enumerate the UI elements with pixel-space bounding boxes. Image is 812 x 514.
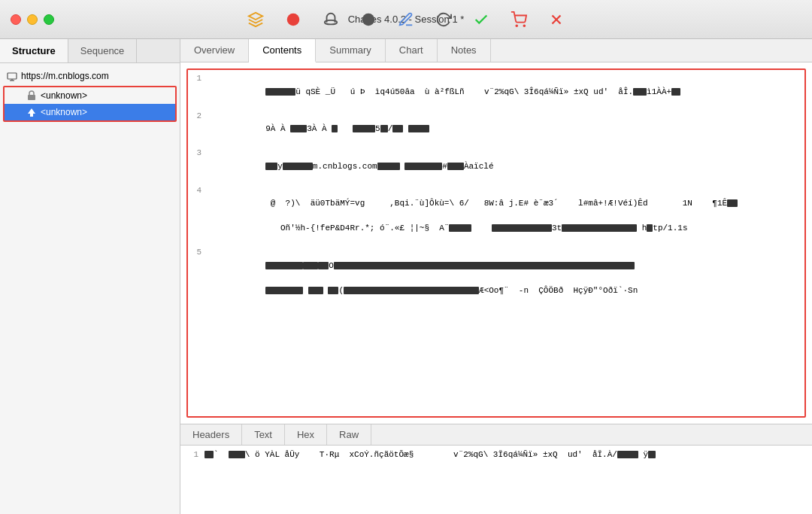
arrow-up-icon (26, 106, 38, 118)
svg-rect-7 (8, 73, 17, 79)
content-line-3: 3 ym.cnblogs.com #Àaïclé (188, 148, 804, 185)
sidebar-tab-structure[interactable]: Structure (0, 39, 68, 62)
line-num-3: 3 (191, 148, 206, 157)
content-area: Overview Contents Summary Chart Notes 1 … (180, 39, 812, 514)
tree-item-unknown2-label: <unknown> (41, 107, 87, 117)
tree-item-unknown2[interactable]: <unknown> (5, 104, 175, 120)
bottom-line-text-1: ` \ ö YÀL åÛy T·Rμ xCoÝ.ñçãötÕæ§ v¨2%qG\… (205, 450, 656, 459)
tab-raw[interactable]: Raw (327, 424, 371, 445)
tree-item-unknown1-label: <unknown> (41, 90, 87, 101)
check-toolbar-button[interactable] (468, 7, 494, 32)
bottom-row-1: 1 ` \ ö YÀL åÛy T·Rμ xCoÝ.ñçãötÕæ§ v¨2%q… (183, 449, 809, 461)
line-num-5: 5 (191, 248, 206, 257)
stop-toolbar-button[interactable] (356, 7, 381, 32)
sidebar: Structure Sequence https://m.cnblogs.com… (0, 39, 180, 514)
top-tabs: Overview Contents Summary Chart Notes (180, 39, 812, 62)
tree-item-unknown1[interactable]: <unknown> (5, 87, 175, 104)
content-line-1: 1 ü qSÈ _Ü ú Þ ìq4ú50âa ù à²fßLñ v¨2%qG\… (188, 73, 804, 111)
tab-summary[interactable]: Summary (316, 39, 386, 62)
line-text-1: ü qSÈ _Ü ú Þ ìq4ú50âa ù à²fßLñ v¨2%qG\ 3… (206, 73, 801, 111)
svg-point-3 (516, 25, 517, 26)
tab-contents[interactable]: Contents (249, 39, 316, 62)
svg-marker-11 (28, 108, 35, 114)
hat-toolbar-button[interactable] (318, 7, 344, 32)
tab-hex[interactable]: Hex (285, 424, 327, 445)
line-text-5: O (Æ<Oo¶¨ -n ÇÔÖBð HçÿÐ"°Oðï`·Sn (206, 247, 801, 309)
tab-text[interactable]: Text (242, 424, 285, 445)
sidebar-tree: https://m.cnblogs.com <unknown> (0, 63, 180, 128)
svg-point-2 (362, 13, 375, 26)
tree-item-host-label: https://m.cnblogs.com (21, 71, 109, 81)
content-line-5: 5 O (Æ<Oo¶¨ -n ÇÔÖBð HçÿÐ"°Oðï`·Sn (188, 247, 804, 309)
host-icon (6, 70, 18, 82)
main-layout: Structure Sequence https://m.cnblogs.com… (0, 39, 812, 514)
bottom-line-num-1: 1 (183, 450, 198, 459)
svg-point-4 (523, 25, 525, 26)
toolbar (0, 0, 812, 38)
refresh-toolbar-button[interactable] (431, 7, 456, 32)
pencil-toolbar-button[interactable] (393, 7, 419, 32)
tab-overview[interactable]: Overview (180, 39, 249, 62)
line-num-2: 2 (191, 111, 206, 120)
content-viewer: 1 ü qSÈ _Ü ú Þ ìq4ú50âa ù à²fßLñ v¨2%qG\… (186, 68, 806, 418)
line-text-4: @ ?)\ äü0TbäMÝ=vg ,Bqi.¨ù]Ôkù=\ 6/ 8W:â … (206, 185, 801, 248)
x-toolbar-button[interactable] (544, 7, 569, 32)
pen-toolbar-button[interactable] (243, 7, 268, 32)
tree-item-unknown1-outline: <unknown> <unknown> (3, 86, 177, 122)
svg-rect-12 (30, 114, 33, 117)
tab-chart[interactable]: Chart (386, 39, 438, 62)
tree-item-host[interactable]: https://m.cnblogs.com (0, 68, 180, 84)
svg-rect-10 (28, 95, 35, 100)
content-line-4: 4 @ ?)\ äü0TbäMÝ=vg ,Bqi.¨ù]Ôkù=\ 6/ 8W:… (188, 185, 804, 248)
tab-headers[interactable]: Headers (180, 424, 242, 445)
sidebar-tab-sequence[interactable]: Sequence (68, 39, 138, 62)
bottom-body[interactable]: 1 ` \ ö YÀL åÛy T·Rμ xCoÝ.ñçãötÕæ§ v¨2%q… (180, 446, 812, 514)
content-line-2: 2 9À À 3À À 5/ (188, 111, 804, 148)
lock-icon (26, 90, 38, 102)
line-text-3: ym.cnblogs.com #Àaïclé (206, 148, 801, 185)
line-num-1: 1 (191, 74, 206, 83)
bottom-tabs: Headers Text Hex Raw (180, 424, 812, 446)
line-text-2: 9À À 3À À 5/ (206, 111, 801, 148)
tab-notes[interactable]: Notes (438, 39, 491, 62)
bottom-panel: Headers Text Hex Raw 1 ` \ ö YÀL åÛy T·R… (180, 424, 812, 514)
svg-point-0 (287, 13, 300, 26)
shopping-toolbar-button[interactable] (506, 7, 532, 32)
sidebar-tabs: Structure Sequence (0, 39, 180, 63)
record-toolbar-button[interactable] (280, 7, 306, 32)
titlebar: Charles 4.0.2 - Session 1 * (0, 0, 812, 39)
content-body[interactable]: 1 ü qSÈ _Ü ú Þ ìq4ú50âa ù à²fßLñ v¨2%qG\… (188, 70, 804, 416)
line-num-4: 4 (191, 186, 206, 195)
